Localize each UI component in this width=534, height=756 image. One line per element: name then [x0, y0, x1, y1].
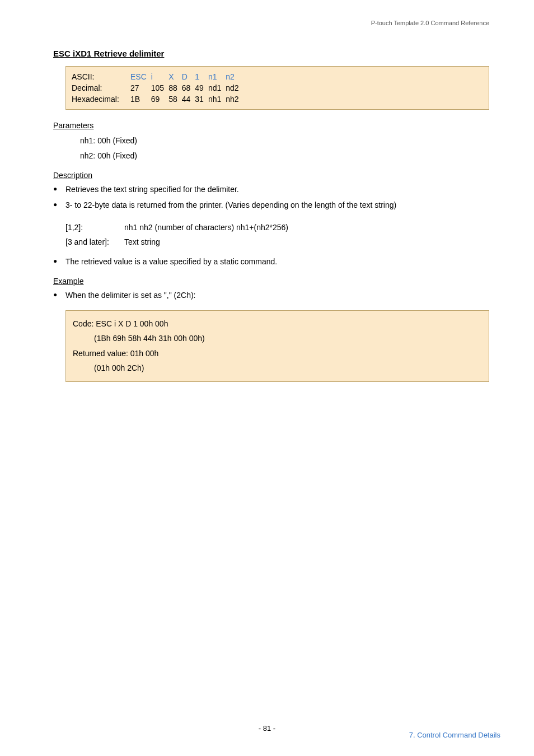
cell: 68: [182, 82, 195, 94]
description-bullets-after: The retrieved value is a value specified…: [53, 255, 489, 269]
cell: 69: [151, 94, 168, 105]
bullet-item: 3- to 22-byte data is returned from the …: [53, 199, 489, 212]
cell: n2: [226, 71, 243, 82]
subitem-row: [1,2]: nh1 nh2 (number of characters) nh…: [65, 220, 489, 235]
description-heading: Description: [53, 171, 489, 180]
parameters-block: nh1: 00h (Fixed) nh2: 00h (Fixed): [80, 133, 489, 163]
subitem-key: [1,2]:: [65, 220, 124, 235]
table-row: ASCII: ESC i X D 1 n1 n2: [72, 71, 243, 82]
cell: n1: [208, 71, 226, 82]
row-label: ASCII:: [72, 71, 130, 82]
example-heading: Example: [53, 277, 489, 286]
page-content: ESC iXD1 Retrieve delimiter ASCII: ESC i…: [0, 26, 534, 382]
description-bullets: Retrieves the text string specified for …: [53, 183, 489, 212]
subitem-key: [3 and later]:: [65, 235, 124, 250]
cell: 1: [195, 71, 208, 82]
cell: nh1: [208, 94, 226, 105]
bullet-item: The retrieved value is a value specified…: [53, 255, 489, 269]
cell: D: [182, 71, 195, 82]
cell: 88: [168, 82, 182, 94]
example-line: (01h 00h 2Ch): [94, 361, 482, 376]
code-table: ASCII: ESC i X D 1 n1 n2 Decimal: 27 105…: [72, 71, 243, 105]
param-line: nh1: 00h (Fixed): [80, 133, 489, 148]
example-code-box: Code: ESC i X D 1 00h 00h (1Bh 69h 58h 4…: [65, 310, 489, 382]
chapter-label: 7. Control Command Details: [409, 731, 500, 739]
cell: nh2: [226, 94, 243, 105]
example-line: (1Bh 69h 58h 44h 31h 00h 00h): [94, 331, 482, 346]
header-text: P-touch Template 2.0 Command Reference: [371, 20, 489, 26]
subitem-row: [3 and later]: Text string: [65, 235, 489, 250]
cell: nd2: [226, 82, 243, 94]
subitem-val: Text string: [124, 235, 160, 250]
cell: 31: [195, 94, 208, 105]
cell: i: [151, 71, 168, 82]
table-row: Hexadecimal: 1B 69 58 44 31 nh1 nh2: [72, 94, 243, 105]
row-label: Decimal:: [72, 82, 130, 94]
page-header: P-touch Template 2.0 Command Reference: [0, 0, 534, 26]
cell: 44: [182, 94, 195, 105]
cell: X: [168, 71, 182, 82]
subitem-val: nh1 nh2 (number of characters) nh1+(nh2*…: [124, 220, 288, 235]
section-title: ESC iXD1 Retrieve delimiter: [53, 49, 489, 58]
example-line: Returned value: 01h 00h: [73, 346, 482, 361]
bullet-item: When the delimiter is set as "," (2Ch):: [53, 289, 489, 302]
cell: 27: [130, 82, 151, 94]
row-label: Hexadecimal:: [72, 94, 130, 105]
example-bullets: When the delimiter is set as "," (2Ch):: [53, 289, 489, 302]
cell: nd1: [208, 82, 226, 94]
table-row: Decimal: 27 105 88 68 49 nd1 nd2: [72, 82, 243, 94]
cell: ESC: [130, 71, 151, 82]
command-code-box: ASCII: ESC i X D 1 n1 n2 Decimal: 27 105…: [65, 66, 489, 110]
param-line: nh2: 00h (Fixed): [80, 148, 489, 164]
bullet-item: Retrieves the text string specified for …: [53, 183, 489, 197]
example-line: Code: ESC i X D 1 00h 00h: [73, 316, 482, 332]
cell: 1B: [130, 94, 151, 105]
cell: 105: [151, 82, 168, 94]
parameters-heading: Parameters: [53, 121, 489, 130]
cell: 58: [168, 94, 182, 105]
cell: 49: [195, 82, 208, 94]
description-subitems: [1,2]: nh1 nh2 (number of characters) nh…: [65, 220, 489, 250]
